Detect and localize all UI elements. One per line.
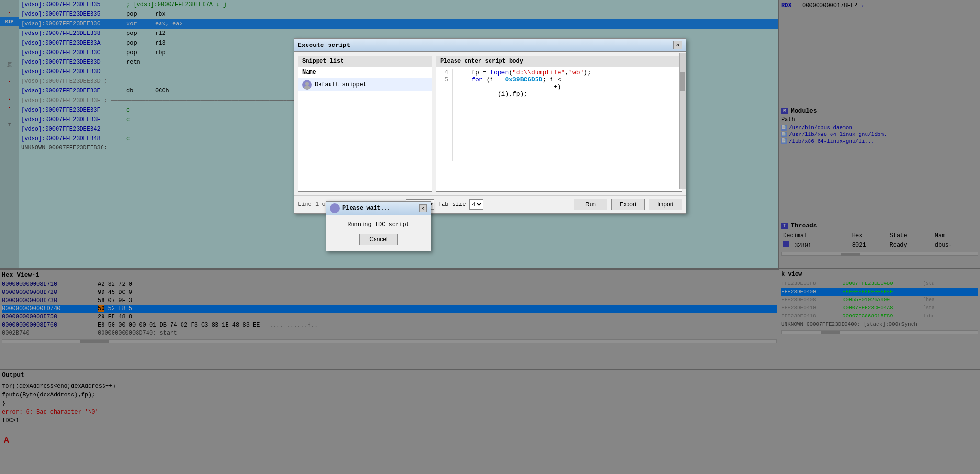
snippet-name: Default snippet bbox=[315, 81, 366, 88]
script-body-title: Please enter script body bbox=[436, 56, 682, 67]
wait-body: Running IDC script Cancel bbox=[326, 215, 431, 251]
export-button[interactable]: Export bbox=[611, 199, 645, 210]
svg-point-1 bbox=[304, 86, 310, 90]
wait-dialog: Please wait... × Running IDC script Canc… bbox=[326, 201, 431, 251]
dialog-titlebar: Execute script × bbox=[294, 39, 686, 52]
wait-message: Running IDC script bbox=[332, 221, 425, 228]
dialog-scrollbar[interactable] bbox=[679, 53, 686, 189]
wait-avatar bbox=[330, 203, 340, 213]
snippet-list-title: Snippet list bbox=[298, 56, 432, 67]
snippet-item-default[interactable]: Default snippet bbox=[298, 78, 432, 91]
snippet-avatar bbox=[302, 80, 312, 90]
main-container: · RIP 原 · · · 7 [vdso]:00007FFE23DEEB35 … bbox=[0, 0, 980, 474]
script-editor[interactable]: 4 5 fp = fopen("d:\\dumpfile","wb"); for… bbox=[436, 67, 682, 163]
svg-point-3 bbox=[331, 209, 338, 213]
run-button[interactable]: Run bbox=[574, 199, 607, 210]
script-body-panel: Please enter script body 4 5 fp = fopen(… bbox=[436, 56, 682, 192]
tab-size-label: Tab size bbox=[438, 201, 466, 208]
snippet-list-panel: Snippet list Name Default snippet bbox=[298, 56, 432, 192]
wait-title-text: Please wait... bbox=[342, 205, 391, 212]
line-number: 5 bbox=[438, 76, 448, 83]
tab-size-select[interactable]: 4 2 8 bbox=[469, 199, 483, 210]
execute-script-dialog: Execute script × Snippet list Name bbox=[294, 38, 686, 214]
line-number: 4 bbox=[438, 69, 448, 76]
dialog-body: Snippet list Name Default snippet bbox=[294, 52, 686, 195]
wait-cancel-button[interactable]: Cancel bbox=[359, 234, 398, 245]
dialog-scroll-thumb bbox=[680, 72, 685, 91]
import-button[interactable]: Import bbox=[649, 199, 682, 210]
svg-point-0 bbox=[305, 82, 309, 86]
wait-close-button[interactable]: × bbox=[419, 204, 427, 212]
snippet-name-header: Name bbox=[298, 67, 432, 78]
wait-title-content: Please wait... bbox=[330, 203, 391, 213]
script-code[interactable]: fp = fopen("d:\\dumpfile","wb"); for (i … bbox=[456, 69, 680, 161]
modal-overlay: Execute script × Snippet list Name bbox=[0, 0, 980, 474]
line-numbers: 4 5 bbox=[438, 69, 453, 161]
svg-point-2 bbox=[333, 205, 337, 209]
wait-titlebar: Please wait... × bbox=[326, 202, 431, 215]
dialog-title: Execute script bbox=[298, 42, 350, 49]
dialog-close-button[interactable]: × bbox=[673, 41, 682, 49]
